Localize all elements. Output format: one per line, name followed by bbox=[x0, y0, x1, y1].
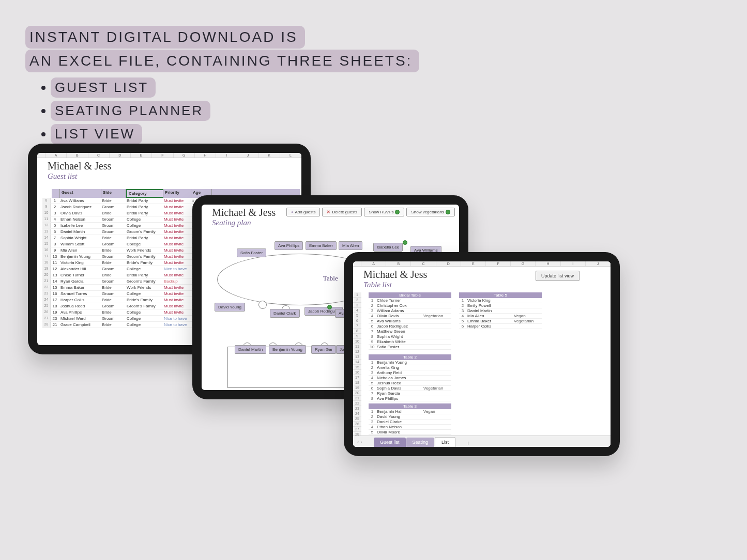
table-guest-row[interactable]: 3Daniel Martin bbox=[459, 308, 542, 314]
sheet-subtitle: Table list bbox=[353, 281, 611, 292]
delete-guests-button[interactable]: ✕Delete guests bbox=[322, 208, 362, 216]
bullet-list: GUEST LIST SEATING PLANNER LIST VIEW bbox=[41, 77, 210, 147]
table-name-header: Table 3 bbox=[369, 403, 451, 409]
table-guest-row[interactable]: 6Jacob Rodriguez bbox=[369, 324, 451, 329]
add-guests-button[interactable]: +Add guests bbox=[286, 208, 321, 216]
bullet-dot-icon bbox=[41, 132, 45, 136]
table-guest-row[interactable]: 1Benjamin Young bbox=[369, 360, 451, 365]
table-guest-row[interactable]: 7Ryan Garcia bbox=[369, 391, 451, 396]
sheet-subtitle: Guest list bbox=[37, 172, 301, 184]
seat-tag[interactable]: Mia Allen bbox=[339, 241, 362, 250]
table-guest-row[interactable]: 4Mia AllenVegan bbox=[459, 314, 542, 319]
seat-tag[interactable]: David Young bbox=[215, 303, 245, 312]
table-name-header: Table 2 bbox=[369, 354, 451, 360]
table-label: Table bbox=[323, 274, 338, 283]
headline-line2: AN EXCEL FILE, CONTAINING THREE SHEETS: bbox=[25, 50, 419, 72]
tab-guest-list[interactable]: Guest list bbox=[374, 438, 406, 447]
table-guest-row[interactable]: 5Olivia Moore bbox=[369, 430, 451, 435]
table-guest-row[interactable]: 5Emma BakerVegetarian bbox=[459, 319, 542, 324]
table-block: Table 51Victoria King2Emily Powell3Danie… bbox=[459, 292, 542, 329]
sheet-tabs: ‹ › Guest list Seating List + bbox=[353, 435, 611, 447]
bullet-item: SEATING PLANNER bbox=[41, 101, 210, 121]
excel-column-header: ABCDEFGHIJ bbox=[353, 261, 611, 267]
seat-tag[interactable]: Ava Phillips bbox=[275, 241, 303, 250]
table-guest-row[interactable]: 7Matthew Green bbox=[369, 329, 451, 334]
table-guest-row[interactable]: 4Olivia DavisVegetarian bbox=[369, 314, 451, 319]
show-rsvps-button[interactable]: Show RSVPs bbox=[364, 208, 404, 216]
table-guest-row[interactable]: 3William Adams bbox=[369, 308, 451, 314]
veg-dot-icon bbox=[327, 305, 332, 309]
table-guest-row[interactable]: 8Sophia Wright bbox=[369, 334, 451, 339]
table-guest-row[interactable]: 5Ava Williams bbox=[369, 319, 451, 324]
x-icon: ✕ bbox=[327, 210, 330, 214]
seat-tag[interactable]: Daniel Clark bbox=[270, 309, 300, 318]
veg-dot-icon bbox=[403, 240, 407, 245]
table-guest-row[interactable]: 10Sofia Foster bbox=[369, 345, 451, 350]
table-guest-row[interactable]: 8Ava Phillips bbox=[369, 396, 451, 401]
seat-tag[interactable]: Benjamin Young bbox=[269, 345, 306, 354]
headline-line1: INSTANT DIGITAL DOWNLOAD IS bbox=[25, 26, 305, 49]
table-guest-row[interactable]: 9Elizabeth White bbox=[369, 339, 451, 345]
table-guest-row[interactable]: 6Sophia DavisVegetarian bbox=[369, 386, 451, 391]
table-guest-row[interactable]: 4Nicholas James bbox=[369, 376, 451, 381]
sheet-title: Michael & Jess bbox=[37, 158, 301, 172]
tab-list[interactable]: List bbox=[435, 437, 455, 447]
table-guest-row[interactable]: 5Joshua Reed bbox=[369, 381, 451, 386]
table-block: Table 21Benjamin Young2Amelia King3Antho… bbox=[369, 354, 451, 401]
bullet-dot-icon bbox=[41, 109, 45, 113]
bullet-dot-icon bbox=[41, 86, 45, 90]
headline: INSTANT DIGITAL DOWNLOAD IS AN EXCEL FIL… bbox=[25, 26, 419, 73]
status-dot-icon bbox=[446, 210, 450, 214]
seat-tag[interactable]: Sofia Foster bbox=[237, 248, 266, 257]
excel-column-header: ABCDEFGHIJKL bbox=[37, 153, 301, 158]
show-vegetarians-button[interactable]: Show vegetarians bbox=[406, 208, 455, 216]
seat-tag[interactable]: Daniel Martin bbox=[235, 345, 266, 354]
table-name-header: Table 5 bbox=[459, 292, 542, 298]
bullet-item: GUEST LIST bbox=[41, 77, 210, 98]
table-guest-row[interactable]: 3Daniel Clarke bbox=[369, 419, 451, 425]
table-guest-row[interactable]: 1Victoria King bbox=[459, 298, 542, 303]
tablet-list-view: ABCDEFGHIJ Michael & Jess Table list Upd… bbox=[344, 252, 620, 456]
table-guest-row[interactable]: 4Ethan Nelson bbox=[369, 425, 451, 430]
update-list-button[interactable]: Update list view bbox=[536, 271, 580, 281]
table-block: Bridal Table1Chloe Turner2Christopher Co… bbox=[369, 292, 451, 350]
table-guest-row[interactable]: 1Benjamin HallVegan bbox=[369, 409, 451, 414]
screen-list-view: ABCDEFGHIJ Michael & Jess Table list Upd… bbox=[353, 261, 611, 447]
row-numbers: 1234567891011121314151617181920212223242… bbox=[353, 292, 361, 447]
sheet-subtitle: Seating plan bbox=[202, 219, 459, 230]
seat-tag[interactable]: Ryan Gar bbox=[311, 345, 336, 354]
table-guest-row[interactable]: 2Christopher Cox bbox=[369, 303, 451, 308]
add-sheet-button[interactable]: + bbox=[466, 440, 470, 447]
table-guest-row[interactable]: 2David Young bbox=[369, 414, 451, 419]
table-name-header: Bridal Table bbox=[369, 292, 451, 298]
plus-icon: + bbox=[291, 210, 294, 214]
table-guest-row[interactable]: 6Harper Collis bbox=[459, 324, 542, 329]
chair-icon bbox=[258, 301, 267, 309]
table-guest-row[interactable]: 3Anthony Reid bbox=[369, 370, 451, 376]
status-dot-icon bbox=[395, 210, 400, 214]
table-guest-row[interactable]: 2Emily Powell bbox=[459, 303, 542, 308]
seat-tag[interactable]: Isabella Lee bbox=[373, 243, 403, 252]
seating-toolbar: +Add guests ✕Delete guests Show RSVPs Sh… bbox=[286, 208, 455, 216]
table-guest-row[interactable]: 1Chloe Turner bbox=[369, 298, 451, 303]
tab-seating[interactable]: Seating bbox=[406, 438, 435, 447]
tab-nav-arrows[interactable]: ‹ › bbox=[357, 439, 362, 445]
seat-tag[interactable]: Emma Baker bbox=[306, 241, 337, 250]
table-guest-row[interactable]: 2Amelia King bbox=[369, 365, 451, 370]
bullet-item: LIST VIEW bbox=[41, 124, 210, 144]
